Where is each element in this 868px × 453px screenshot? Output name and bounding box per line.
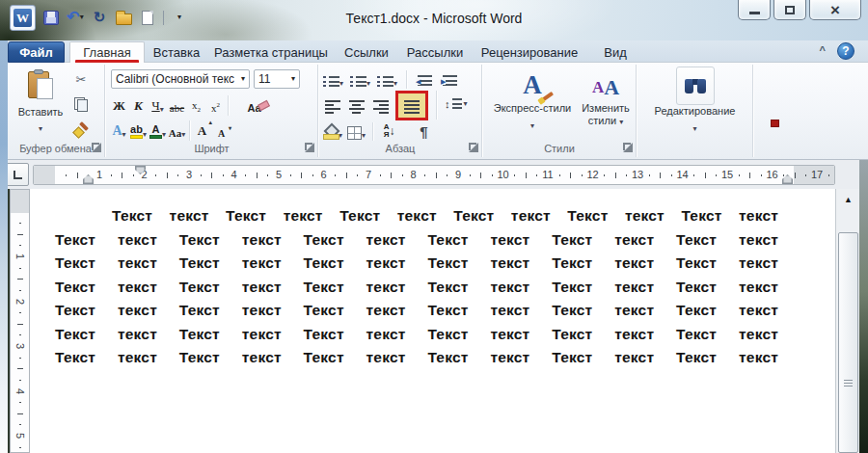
tab-references[interactable]: Ссылки bbox=[339, 41, 393, 63]
align-center-button[interactable] bbox=[347, 95, 366, 116]
redo-button[interactable]: ↻ bbox=[91, 7, 108, 28]
collapse-ribbon-icon[interactable]: ^ bbox=[820, 44, 826, 56]
tab-page-layout[interactable]: Разметка страницы bbox=[214, 41, 328, 63]
italic-button[interactable]: К bbox=[129, 95, 148, 116]
align-left-button[interactable] bbox=[323, 95, 341, 116]
paragraph-group-label: Абзац bbox=[319, 143, 481, 154]
annotation-justify-highlight bbox=[395, 91, 428, 120]
clear-formatting-button[interactable]: Аа bbox=[245, 95, 263, 116]
cut-button[interactable]: ✂ bbox=[70, 70, 92, 89]
left-indent-marker[interactable] bbox=[83, 174, 94, 184]
undo-button[interactable]: ↶▾ bbox=[67, 7, 84, 28]
align-right-icon bbox=[373, 100, 389, 114]
undo-icon: ↶ bbox=[67, 11, 79, 24]
close-button[interactable]: × bbox=[809, 0, 861, 20]
maximize-button[interactable] bbox=[773, 0, 806, 20]
tab-home[interactable]: Главная bbox=[69, 41, 145, 63]
format-painter-button[interactable] bbox=[70, 120, 92, 139]
borders-button[interactable]: ▾ bbox=[347, 121, 366, 142]
strikethrough-button[interactable]: abc bbox=[168, 95, 186, 116]
multilevel-list-button[interactable]: ▾ bbox=[377, 69, 397, 90]
decrease-indent-button[interactable]: ◀ bbox=[416, 69, 434, 90]
minimize-icon bbox=[749, 12, 760, 14]
shrink-font-button[interactable]: А▾ bbox=[212, 120, 231, 141]
minimize-button[interactable] bbox=[738, 0, 771, 20]
font-color-button[interactable]: А▾ bbox=[149, 120, 167, 141]
bullets-button[interactable]: ▾ bbox=[323, 69, 343, 90]
text-effects-button[interactable]: А▾ bbox=[110, 120, 128, 141]
save-button[interactable] bbox=[42, 7, 60, 28]
font-family-caret-icon: ▾ bbox=[238, 75, 245, 83]
document-line: Текст текст Текст текст Текст текст Текс… bbox=[55, 346, 778, 370]
ruler-strip: 1234567891011121314151617 bbox=[0, 160, 868, 189]
new-document-button[interactable] bbox=[139, 7, 156, 28]
editing-label: Редактирование bbox=[637, 105, 752, 118]
tab-mailings[interactable]: Рассылки bbox=[403, 41, 467, 63]
editing-button[interactable]: Редактирование ▾ bbox=[637, 65, 752, 135]
styles-dialog-launcher[interactable] bbox=[623, 143, 633, 152]
quick-styles-label: Экспресс-стили bbox=[487, 102, 578, 115]
tab-home-label: Главная bbox=[83, 45, 130, 60]
highlight-button[interactable]: ab▾ bbox=[129, 120, 148, 141]
font-separator bbox=[228, 95, 229, 116]
scroll-up-button[interactable]: ▲ bbox=[838, 191, 858, 207]
shading-button[interactable]: ▾ bbox=[323, 121, 342, 142]
change-styles-button[interactable]: АА Изменить стили ▾ bbox=[580, 67, 632, 127]
title-bar: W ↶▾ ↻ ▾ Текст1.docx - Microsoft Word × bbox=[0, 0, 868, 40]
numbering-button[interactable]: ▾ bbox=[350, 69, 370, 90]
change-styles-caret-icon: ▾ bbox=[619, 118, 623, 126]
increase-indent-button[interactable]: ▶ bbox=[441, 69, 459, 90]
show-paragraph-marks-button[interactable]: ¶ bbox=[415, 121, 433, 142]
tab-insert[interactable]: Вставка bbox=[147, 41, 206, 63]
font-color-icon: А bbox=[149, 124, 162, 139]
font-size-combo[interactable]: 11 ▾ bbox=[254, 69, 300, 89]
quick-styles-button[interactable]: A Экспресс-стили ▾ bbox=[487, 67, 578, 132]
open-button[interactable] bbox=[115, 7, 132, 28]
grow-font-button[interactable]: А▲ bbox=[193, 120, 211, 141]
underline-button[interactable]: Ч▾ bbox=[149, 95, 167, 116]
tab-selector-button[interactable] bbox=[6, 163, 29, 186]
document-line: Текст текст Текст текст Текст текст Текс… bbox=[55, 252, 778, 276]
tab-file[interactable]: Файл bbox=[8, 41, 65, 63]
ribbon-tab-bar: Файл Главная Вставка Разметка страницы С… bbox=[0, 40, 868, 63]
numbering-caret-icon: ▾ bbox=[366, 80, 370, 88]
tab-view[interactable]: Вид bbox=[596, 41, 635, 63]
paste-button[interactable]: Вставить ▾ bbox=[16, 67, 65, 145]
font-color-caret-icon: ▾ bbox=[162, 131, 166, 139]
vertical-ruler[interactable]: 12345 bbox=[10, 189, 30, 453]
customize-qat-button[interactable]: ▾ bbox=[171, 7, 188, 28]
bold-button[interactable]: Ж bbox=[110, 95, 128, 116]
decrease-indent-icon: ◀ bbox=[418, 75, 432, 88]
copy-button[interactable] bbox=[70, 95, 92, 114]
font-row-2: Ж К Ч▾ abc x2 x2 Аа bbox=[110, 94, 313, 117]
shading-icon bbox=[323, 125, 339, 140]
find-icon-box bbox=[676, 67, 715, 105]
document-page[interactable]: Текст текст Текст текст Текст текст Текс… bbox=[30, 189, 835, 453]
line-spacing-button[interactable]: ↕ ▾ bbox=[445, 95, 468, 116]
paragraph-separator-3 bbox=[372, 122, 373, 141]
subscript-button[interactable]: x2 bbox=[187, 95, 205, 116]
scrollbar-thumb[interactable] bbox=[838, 232, 858, 453]
help-button[interactable]: ? bbox=[837, 42, 854, 60]
word-app-icon[interactable]: W bbox=[10, 5, 36, 31]
clipboard-dialog-launcher[interactable] bbox=[92, 143, 101, 152]
horizontal-ruler[interactable]: 1234567891011121314151617 bbox=[33, 165, 835, 185]
align-right-button[interactable] bbox=[371, 95, 390, 116]
change-case-button[interactable]: Аа▾ bbox=[168, 120, 186, 141]
superscript-button[interactable]: x2 bbox=[206, 95, 225, 116]
paragraph-dialog-launcher[interactable] bbox=[469, 143, 478, 152]
font-family-combo[interactable]: Calibri (Основной текс ▾ bbox=[111, 69, 250, 89]
word-logo-letter: W bbox=[14, 9, 32, 27]
document-line: Текст текст Текст текст Текст текст Текс… bbox=[55, 299, 778, 323]
justify-button[interactable] bbox=[403, 95, 421, 116]
vertical-scrollbar[interactable]: ▲ bbox=[835, 189, 859, 453]
font-dialog-launcher[interactable] bbox=[305, 143, 314, 152]
undo-caret-icon: ▾ bbox=[80, 13, 84, 21]
align-center-icon bbox=[349, 100, 365, 114]
new-document-icon bbox=[142, 11, 153, 25]
font-family-value: Calibri (Основной текс bbox=[116, 72, 234, 86]
change-styles-icon: АА bbox=[580, 69, 632, 102]
tab-review[interactable]: Рецензирование bbox=[476, 41, 583, 63]
underline-caret-icon: ▾ bbox=[160, 106, 164, 114]
sort-button[interactable]: АЯ ↓ bbox=[380, 121, 398, 142]
